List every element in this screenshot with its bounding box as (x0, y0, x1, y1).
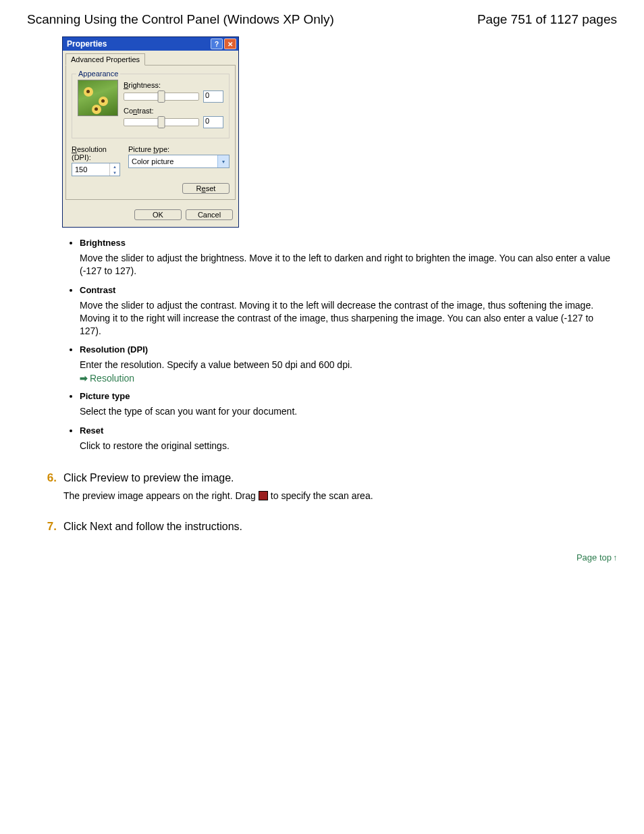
resolution-spinner[interactable]: 150 ▲▼ (72, 163, 120, 176)
ok-button[interactable]: OK (134, 209, 182, 220)
item-reset-term: Reset (80, 425, 617, 436)
step-6-title: Click Preview to preview the image. (63, 472, 234, 484)
dialog-title: Properties (67, 39, 107, 49)
arrow-up-icon: ↑ (613, 553, 617, 563)
item-picture-type-term: Picture type (80, 391, 617, 401)
page-title: Scanning Using the Control Panel (Window… (27, 12, 334, 27)
appearance-legend: Appearance (76, 70, 120, 78)
page-counter: Page 751 of 1127 pages (477, 12, 617, 27)
page-top-link[interactable]: Page top ↑ (27, 552, 617, 563)
chevron-down-icon[interactable]: ▼ (110, 170, 119, 176)
help-icon[interactable]: ? (211, 38, 223, 49)
brightness-slider[interactable] (124, 93, 199, 101)
item-contrast-term: Contrast (80, 285, 617, 295)
tab-advanced-properties[interactable]: Advanced Properties (65, 53, 145, 66)
item-resolution-desc: Enter the resolution. Specify a value be… (80, 359, 617, 371)
dialog-titlebar: Properties ? ✕ (63, 37, 238, 51)
resolution-label: Resolution (DPI):Resolution (DPI): (72, 145, 122, 161)
page-top-label: Page top (576, 552, 612, 563)
contrast-label: Contrast:Contrast: (124, 107, 223, 115)
item-reset-desc: Click to restore the original settings. (80, 440, 617, 452)
brightness-label: BBrightness:rightness: (124, 81, 223, 89)
item-contrast-desc: Move the slider to adjust the contrast. … (80, 299, 617, 338)
arrow-right-icon: ➡ (80, 373, 88, 384)
resolution-link[interactable]: ➡ Resolution (80, 373, 134, 384)
chevron-down-icon[interactable]: ▾ (217, 155, 229, 167)
item-resolution-term: Resolution (DPI) (80, 344, 617, 355)
step-6-number: 6. (43, 471, 57, 485)
step-6-body-pre: The preview image appears on the right. … (63, 490, 256, 501)
item-brightness-term: Brightness (80, 238, 617, 248)
chevron-up-icon[interactable]: ▲ (110, 163, 119, 170)
item-brightness-desc: Move the slider to adjust the brightness… (80, 252, 617, 278)
resolution-value[interactable]: 150 (72, 165, 109, 174)
step-6-body-post: to specify the scan area. (271, 490, 373, 501)
drag-handle-icon (259, 491, 268, 500)
preview-thumbnail (78, 80, 118, 116)
reset-button[interactable]: ResetReset (182, 183, 230, 194)
properties-dialog: Properties ? ✕ Advanced Properties Appea… (62, 36, 239, 228)
resolution-link-label: Resolution (90, 373, 134, 384)
close-icon[interactable]: ✕ (224, 38, 236, 49)
brightness-value[interactable]: 0 (203, 90, 223, 103)
contrast-value[interactable]: 0 (203, 116, 223, 128)
contrast-slider[interactable] (124, 118, 199, 126)
picture-type-label: Picture type:Picture type: (128, 145, 230, 153)
picture-type-dropdown[interactable]: Color picture ▾ (128, 155, 230, 168)
picture-type-value: Color picture (129, 157, 217, 165)
item-picture-type-desc: Select the type of scan you want for you… (80, 405, 617, 418)
cancel-button[interactable]: Cancel (186, 209, 233, 220)
step-7-number: 7. (43, 520, 57, 533)
step-7-title: Click Next and follow the instructions. (63, 521, 242, 533)
